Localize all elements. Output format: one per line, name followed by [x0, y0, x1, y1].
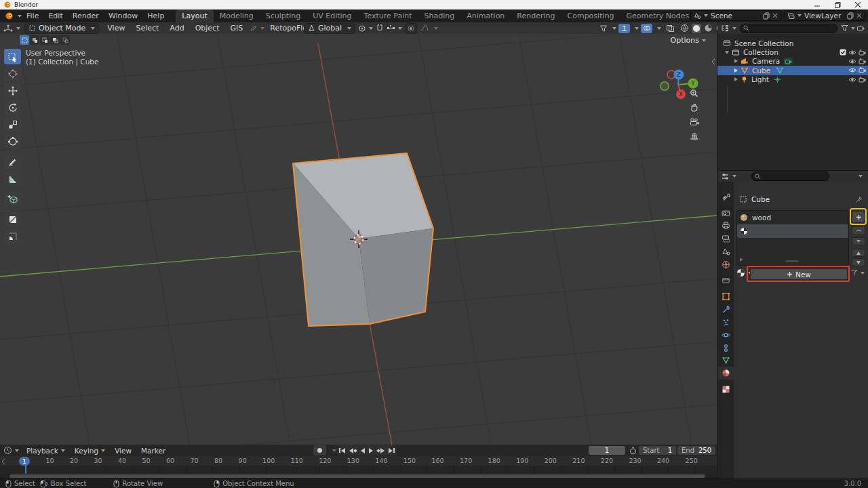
- timeline-scrollbar-thumb[interactable]: [9, 474, 705, 478]
- keying-menu[interactable]: Keying: [70, 447, 110, 455]
- workspace-tab[interactable]: UV Editing: [307, 9, 357, 22]
- minimize-button[interactable]: [807, 0, 827, 9]
- view-menu[interactable]: View: [110, 447, 136, 455]
- show-gizmo-toggle[interactable]: [618, 24, 630, 33]
- menubar-item[interactable]: File: [22, 9, 43, 22]
- timeline-ruler[interactable]: 1102030405060708090100110120130140150160…: [0, 456, 717, 466]
- material-specials-menu-button[interactable]: [852, 237, 865, 245]
- editor-type-chevron-icon[interactable]: [16, 27, 20, 30]
- expand-icon[interactable]: [725, 51, 729, 54]
- options-dropdown[interactable]: Options: [671, 36, 706, 45]
- tool-add-cube[interactable]: [4, 191, 21, 207]
- transform-orientation-dropdown[interactable]: Global: [304, 23, 355, 34]
- solid-shading-button[interactable]: [692, 24, 701, 33]
- material-slot-empty[interactable]: [737, 224, 848, 238]
- pan-view-button[interactable]: [688, 101, 701, 114]
- workspace-tab[interactable]: Modeling: [214, 9, 260, 22]
- play-reverse-button[interactable]: [361, 448, 365, 453]
- auto-keying-chevron-icon[interactable]: [332, 449, 336, 452]
- select-mode-intersect-button[interactable]: [60, 35, 70, 45]
- pin-icon[interactable]: [855, 196, 863, 203]
- select-mode-invert-button[interactable]: [50, 35, 60, 45]
- expand-icon[interactable]: [734, 68, 738, 73]
- tool-move[interactable]: [4, 83, 21, 98]
- scene-name[interactable]: Scene: [708, 12, 763, 20]
- viewport-canvas[interactable]: [0, 34, 717, 445]
- mode-dropdown[interactable]: Object Mode: [24, 23, 99, 34]
- tool-extra-1[interactable]: [4, 211, 21, 227]
- new-scene-icon[interactable]: [763, 12, 770, 20]
- current-frame-field[interactable]: 1: [589, 446, 625, 455]
- tab-material[interactable]: [717, 367, 734, 380]
- properties-editor-chevron-icon[interactable]: [732, 175, 736, 178]
- outliner-filter-funnel-icon[interactable]: [841, 24, 848, 32]
- viewport-menu-item[interactable]: Add: [164, 22, 189, 34]
- workspace-tab[interactable]: Sculpting: [260, 9, 307, 22]
- tab-particles[interactable]: [717, 316, 734, 329]
- tab-texture[interactable]: [717, 383, 734, 396]
- render-camera-icon[interactable]: [859, 77, 866, 83]
- camera-view-button[interactable]: [688, 115, 701, 128]
- tool-measure[interactable]: [4, 171, 21, 186]
- workspace-tab[interactable]: Animation: [460, 9, 511, 22]
- select-mode-new-button[interactable]: [20, 35, 29, 45]
- slot-list-expand-icon[interactable]: [740, 255, 743, 263]
- viewport-menu-item[interactable]: GIS: [224, 22, 248, 34]
- hide-eye-icon[interactable]: [848, 67, 856, 73]
- outliner-search-input[interactable]: [740, 24, 837, 33]
- marker-menu[interactable]: Marker: [136, 447, 170, 455]
- maximize-button[interactable]: [827, 0, 848, 9]
- select-mode-subtract-button[interactable]: [40, 35, 50, 45]
- tool-cursor[interactable]: [4, 66, 21, 81]
- object-visibility-funnel-icon[interactable]: [599, 24, 608, 33]
- material-filter-dropdown[interactable]: [850, 269, 865, 277]
- editor-type-properties-icon[interactable]: [721, 173, 730, 180]
- render-camera-icon[interactable]: [859, 67, 866, 73]
- hide-eye-icon[interactable]: [848, 77, 856, 83]
- properties-options-chevron-icon[interactable]: [859, 175, 863, 178]
- slot-list-resize-grip[interactable]: [786, 260, 798, 262]
- play-button[interactable]: [369, 448, 373, 453]
- tab-view-layer[interactable]: [717, 232, 734, 245]
- scene-selector[interactable]: Scene: [690, 10, 781, 21]
- workspace-tab[interactable]: Compositing: [561, 9, 620, 22]
- view-layer-selector[interactable]: ViewLayer: [784, 10, 865, 21]
- gis-chevron-icon[interactable]: [260, 27, 264, 30]
- previous-keyframe-button[interactable]: [349, 448, 357, 453]
- playback-menu[interactable]: Playback: [22, 447, 70, 455]
- menubar-item[interactable]: Edit: [43, 9, 67, 22]
- expand-icon[interactable]: [734, 77, 738, 81]
- gis-tool-icon[interactable]: [250, 24, 258, 33]
- filter-chevron-icon[interactable]: [851, 27, 855, 30]
- exclude-checkbox[interactable]: [840, 49, 846, 56]
- tab-collection[interactable]: [717, 274, 734, 287]
- timeline-editor-chevron-icon[interactable]: [15, 449, 19, 452]
- render-camera-icon[interactable]: [859, 49, 866, 56]
- snap-with-dropdown[interactable]: [387, 24, 402, 32]
- next-keyframe-button[interactable]: [377, 448, 384, 453]
- outliner-row-camera[interactable]: Camera: [717, 57, 868, 66]
- hide-eye-icon[interactable]: [848, 58, 856, 64]
- breadcrumb-object-name[interactable]: Cube: [751, 195, 770, 203]
- move-slot-up-button[interactable]: [852, 249, 865, 257]
- use-preview-range-icon[interactable]: [629, 447, 637, 455]
- tool-annotate[interactable]: [4, 154, 21, 169]
- light-data-icon[interactable]: [774, 76, 781, 83]
- timeline-track-band[interactable]: [0, 466, 717, 474]
- editor-type-3d-viewport-icon[interactable]: [3, 24, 14, 33]
- snap-magnet-icon[interactable]: [376, 24, 384, 33]
- perspective-ortho-button[interactable]: [688, 129, 701, 142]
- properties-search-input[interactable]: [751, 171, 829, 181]
- editor-type-timeline-icon[interactable]: [3, 446, 12, 455]
- tab-scene[interactable]: [717, 245, 734, 258]
- material-shading-icon[interactable]: [704, 24, 713, 33]
- auto-keying-record-button[interactable]: [313, 445, 326, 455]
- camera-data-icon[interactable]: [784, 58, 793, 65]
- new-collection-icon[interactable]: [856, 24, 865, 33]
- tab-constraints[interactable]: [717, 342, 734, 354]
- tab-tool[interactable]: [717, 190, 734, 203]
- falloff-curve-icon[interactable]: [420, 24, 429, 32]
- tab-modifiers[interactable]: [717, 303, 734, 316]
- remove-material-slot-button[interactable]: [852, 226, 865, 235]
- outliner-row-cube[interactable]: Cube: [717, 66, 868, 75]
